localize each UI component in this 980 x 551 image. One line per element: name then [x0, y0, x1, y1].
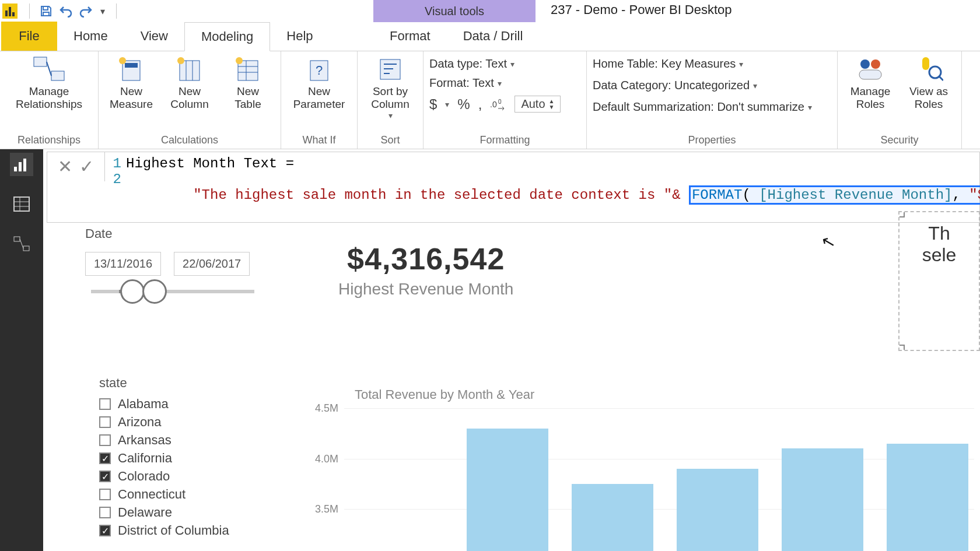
state-slicer[interactable]: state AlabamaArizonaArkansas✓California✓… [99, 375, 229, 538]
report-view-icon[interactable] [10, 153, 33, 176]
svg-rect-31 [14, 167, 17, 171]
sort-by-column-button[interactable]: Sort by Column ▾ [363, 55, 417, 120]
group-formatting: Data type: Text▾ Format: Text▾ $▾ % , .0… [424, 51, 587, 149]
slider-handle-end[interactable] [142, 279, 167, 304]
undo-icon[interactable] [58, 3, 74, 19]
chart-bar[interactable] [677, 469, 758, 551]
formula-cancel-icon[interactable]: ✕ [58, 158, 72, 176]
window-title: 237 - Demo - Power BI Desktop [551, 2, 732, 17]
data-category-dropdown[interactable]: Data Category: Uncategorized▾ [593, 76, 831, 94]
manage-relationships-button[interactable]: Manage Relationships [6, 55, 92, 111]
state-slicer-label: California [118, 451, 172, 466]
chart-bar[interactable] [887, 444, 968, 551]
checkbox-icon[interactable]: ✓ [99, 452, 111, 464]
state-slicer-item[interactable]: ✓Colorado [99, 469, 229, 484]
group-label: Properties [593, 132, 831, 148]
state-slicer-item[interactable]: Delaware [99, 505, 229, 520]
decimal-places-icon: .00 [490, 98, 506, 111]
state-slicer-item[interactable]: ✓District of Columbia [99, 523, 229, 538]
chart-bar[interactable] [467, 429, 548, 551]
state-slicer-item[interactable]: Alabama [99, 396, 229, 412]
chart-bar[interactable] [572, 484, 653, 551]
bar-chart-visual[interactable]: Total Revenue by Month & Year 4.5M4.0M3.… [303, 387, 974, 551]
thousands-separator-button[interactable]: , [478, 96, 482, 113]
card-visual[interactable]: $4,316,542 Highest Revenue Month [338, 241, 513, 299]
new-measure-button[interactable]: New Measure [104, 55, 158, 111]
default-summarization-dropdown[interactable]: Default Summarization: Don't summarize▾ [593, 98, 831, 116]
new-group-button[interactable]: New Grou [968, 55, 980, 111]
new-parameter-button[interactable]: ? New Parameter [287, 55, 351, 111]
view-as-roles-button[interactable]: View as Roles [902, 55, 956, 111]
formula-commit-icon[interactable]: ✓ [79, 158, 94, 176]
group-label: Sort [363, 132, 417, 148]
date-range-slider[interactable] [91, 290, 254, 293]
chart-title: Total Revenue by Month & Year [303, 387, 974, 402]
checkbox-icon[interactable]: ✓ [99, 471, 111, 482]
view-as-roles-icon [912, 55, 945, 83]
qat-dropdown-icon[interactable]: ▾ [97, 6, 108, 17]
currency-button[interactable]: $ [429, 96, 437, 113]
table-icon [232, 55, 264, 83]
checkbox-icon[interactable] [99, 434, 111, 446]
file-tab[interactable]: File [1, 22, 57, 51]
state-slicer-label: Arkansas [118, 433, 172, 448]
checkbox-icon[interactable] [99, 489, 111, 500]
tab-home[interactable]: Home [57, 22, 124, 51]
percent-button[interactable]: % [457, 96, 470, 113]
checkbox-icon[interactable] [99, 507, 111, 518]
save-icon[interactable] [38, 3, 54, 19]
svg-rect-34 [14, 197, 29, 211]
state-slicer-label: Delaware [118, 505, 172, 520]
format-dropdown[interactable]: Format: Text▾ [429, 74, 580, 92]
state-slicer-item[interactable]: Arizona [99, 415, 229, 430]
checkbox-icon[interactable] [99, 416, 111, 428]
sort-icon [374, 55, 407, 83]
svg-text:0: 0 [498, 99, 502, 105]
svg-rect-33 [23, 159, 26, 171]
state-slicer-label: Alabama [118, 396, 169, 412]
new-column-button[interactable]: New Column [163, 55, 216, 111]
group-label: Calculations [104, 132, 275, 148]
view-switcher-rail [0, 149, 43, 551]
slicer-title: Date [85, 226, 254, 241]
tab-format[interactable]: Format [373, 22, 447, 51]
selected-text-visual[interactable]: Th sele [898, 211, 980, 351]
slider-handle-start[interactable] [120, 279, 145, 304]
tab-modeling[interactable]: Modeling [184, 22, 270, 51]
quick-access-toolbar: ▾ [22, 3, 124, 19]
decimal-places-input[interactable]: Auto ▲▼ [514, 96, 561, 113]
date-to-input[interactable]: 22/06/2017 [174, 252, 250, 276]
date-from-input[interactable]: 13/11/2016 [85, 252, 161, 276]
tab-data-drill[interactable]: Data / Drill [447, 22, 540, 51]
data-type-dropdown[interactable]: Data type: Text▾ [429, 55, 580, 73]
report-canvas[interactable]: Date 13/11/2016 22/06/2017 $4,316,542 Hi… [47, 201, 980, 551]
manage-roles-button[interactable]: Manage Roles [844, 55, 897, 111]
card-value: $4,316,542 [338, 241, 513, 276]
svg-point-9 [177, 57, 184, 64]
svg-rect-39 [23, 246, 29, 251]
checkbox-icon[interactable] [99, 398, 111, 410]
state-slicer-item[interactable]: Arkansas [99, 433, 229, 448]
svg-point-14 [236, 57, 243, 64]
redo-icon[interactable] [78, 3, 94, 19]
code-line-1: Highest Month Text = [126, 156, 294, 171]
state-slicer-item[interactable]: ✓California [99, 451, 229, 466]
date-slicer[interactable]: Date 13/11/2016 22/06/2017 [85, 226, 254, 293]
checkbox-icon[interactable]: ✓ [99, 525, 111, 536]
home-table-dropdown[interactable]: Home Table: Key Measures▾ [593, 55, 831, 73]
svg-text:?: ? [316, 63, 323, 78]
tab-view[interactable]: View [124, 22, 184, 51]
app-logo-icon [2, 3, 18, 19]
state-slicer-label: District of Columbia [118, 523, 229, 538]
text-visual-line2: sele [904, 244, 974, 266]
state-slicer-label: Connecticut [118, 487, 186, 502]
svg-point-5 [119, 57, 126, 64]
model-view-icon[interactable] [10, 232, 33, 255]
column-icon [173, 55, 206, 83]
new-table-button[interactable]: New Table [221, 55, 275, 111]
tab-help[interactable]: Help [270, 22, 329, 51]
chart-bar[interactable] [782, 448, 863, 551]
ribbon: Manage Relationships Relationships New M… [0, 51, 980, 149]
data-view-icon[interactable] [10, 192, 33, 216]
state-slicer-item[interactable]: Connecticut [99, 487, 229, 502]
